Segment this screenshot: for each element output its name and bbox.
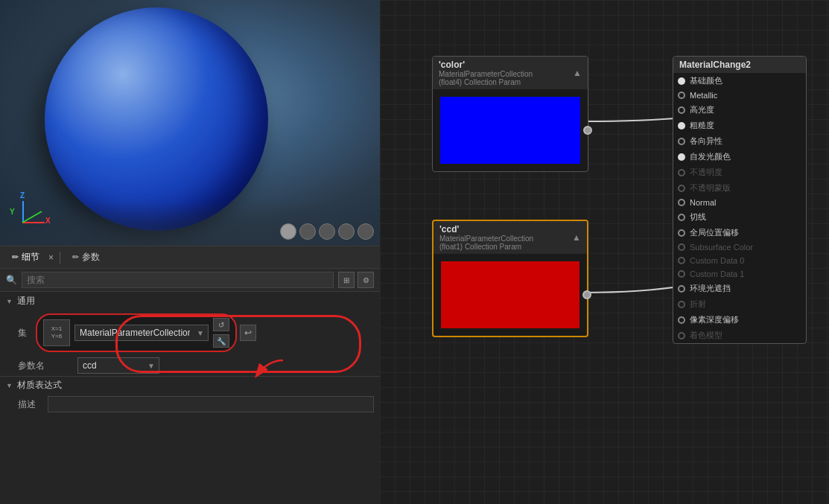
mc-pin-label-ao: 环境光遮挡 <box>690 283 731 294</box>
collection-dropdown[interactable]: MaterialParameterCollection <box>74 325 209 341</box>
collection-buttons: ↺ 🔧 <box>213 318 229 348</box>
vp-wireframe-btn[interactable] <box>338 223 355 240</box>
color-node-subtitle1: MaterialParameterCollection <box>439 70 533 78</box>
color-node-connector[interactable] <box>583 126 592 135</box>
search-input[interactable] <box>22 272 334 288</box>
z-axis-label: Z <box>20 191 25 200</box>
general-section-arrow: ▼ <box>6 298 13 305</box>
param-name-row: 参数名 ccd ▼ <box>0 355 380 376</box>
mc-pin-label-roughness: 粗糙度 <box>690 120 714 131</box>
mc-pin-base-color[interactable]: 基础颜色 <box>673 73 806 89</box>
color-node-body <box>433 89 588 171</box>
describe-input[interactable] <box>48 396 374 412</box>
tab-detail[interactable]: ✏ 细节 <box>6 249 45 265</box>
mc-pin-anisotropy[interactable]: 各向异性 <box>673 133 806 149</box>
mc-pin-specular[interactable]: 高光度 <box>673 102 806 118</box>
mc-pin-label-specular: 高光度 <box>690 104 714 115</box>
describe-row: 描述 <box>0 394 380 415</box>
settings-button[interactable]: ⚙ <box>358 272 374 288</box>
ccd-node-subtitle1: MaterialParameterCollection <box>439 235 533 243</box>
params-tab-label: 参数 <box>82 251 100 264</box>
mc-pin-label-shading-model: 着色模型 <box>690 330 722 341</box>
params-tab-icon: ✏ <box>72 252 79 262</box>
mc-pin-pixel-depth[interactable]: 像素深度偏移 <box>673 312 806 328</box>
mc-pin-opacity-mask[interactable]: 不透明蒙版 <box>673 180 806 196</box>
mc-pin-refraction[interactable]: 折射 <box>673 296 806 312</box>
mc-pin-label-custom0: Custom Data 0 <box>690 256 744 265</box>
viewport-background: Z X Y <box>0 0 380 246</box>
tab-detail-close[interactable]: × <box>48 252 54 263</box>
mc-pin-label-normal: Normal <box>690 198 716 207</box>
ccd-node-title: 'ccd' <box>439 224 533 235</box>
mc-pin-metallic[interactable]: Metallic <box>673 89 806 102</box>
material-expression-section-header[interactable]: ▼ 材质表达式 <box>0 376 380 394</box>
color-node-collapse[interactable]: ▲ <box>573 68 582 78</box>
mc-pins-list: 基础颜色 Metallic 高光度 粗糙度 各向异性 <box>673 73 806 343</box>
param-name-select[interactable]: ccd <box>77 357 159 374</box>
vp-camera-btn[interactable] <box>319 223 335 240</box>
reset-button[interactable]: ↩ <box>240 325 256 341</box>
mc-pin-dot-opacity <box>678 169 685 176</box>
x-axis <box>22 222 45 223</box>
ccd-node-header: 'ccd' MaterialParameterCollection (float… <box>433 221 587 254</box>
collection-widget: X=1 Y=6 MaterialParameterCollection ▼ ↺ … <box>36 313 237 352</box>
tab-divider <box>60 252 60 264</box>
search-tools: ⊞ ⚙ <box>338 272 374 288</box>
vp-light-btn[interactable] <box>299 223 316 240</box>
collection-browse-button[interactable]: ↺ <box>213 318 229 331</box>
general-section-header[interactable]: ▼ 通用 <box>0 292 380 310</box>
color-node-subtitle2: (float4) Collection Param <box>439 78 533 86</box>
ccd-node-subtitle2: (float1) Collection Param <box>439 243 533 251</box>
search-icon: 🔍 <box>6 275 17 285</box>
describe-label: 描述 <box>18 398 48 411</box>
mc-pin-roughness[interactable]: 粗糙度 <box>673 118 806 133</box>
param-name-label: 参数名 <box>18 360 77 372</box>
mc-pin-dot-base-color <box>678 77 685 85</box>
search-bar: 🔍 ⊞ ⚙ <box>0 269 380 292</box>
mc-pin-normal[interactable]: Normal <box>673 196 806 209</box>
material-expression-label: 材质表达式 <box>17 379 62 392</box>
mc-node-title: MaterialChange2 <box>679 60 751 70</box>
color-preview-blue <box>440 97 580 164</box>
ccd-node-collapse[interactable]: ▲ <box>572 232 581 243</box>
mc-pin-label-opacity-mask: 不透明蒙版 <box>690 182 731 194</box>
mc-pin-dot-pixel-depth <box>678 316 685 324</box>
mc-pin-world-offset[interactable]: 全局位置偏移 <box>673 225 806 240</box>
mc-pin-tangent[interactable]: 切线 <box>673 209 806 225</box>
mc-pin-custom0[interactable]: Custom Data 0 <box>673 254 806 267</box>
vp-sphere-btn[interactable] <box>280 223 296 240</box>
grid-view-button[interactable]: ⊞ <box>338 272 355 288</box>
mc-pin-dot-normal <box>678 199 685 206</box>
mc-pin-ao[interactable]: 环境光遮挡 <box>673 281 806 296</box>
mc-node-header: MaterialChange2 <box>673 57 806 73</box>
mc-pin-dot-subsurface <box>678 243 685 251</box>
mc-pin-opacity[interactable]: 不透明度 <box>673 165 806 180</box>
mc-pin-custom1[interactable]: Custom Data 1 <box>673 267 806 281</box>
mc-pin-dot-specular <box>678 106 685 114</box>
mc-pin-emissive[interactable]: 自发光颜色 <box>673 149 806 165</box>
vp-grid-btn[interactable] <box>358 223 374 240</box>
mc-pin-dot-ao <box>678 285 685 293</box>
ccd-node: 'ccd' MaterialParameterCollection (float… <box>432 220 588 337</box>
mc-pin-shading-model[interactable]: 着色模型 <box>673 328 806 343</box>
mc-pin-label-refraction: 折射 <box>690 299 706 310</box>
tab-params[interactable]: ✏ 参数 <box>66 249 106 265</box>
mc-pin-dot-custom0 <box>678 257 685 264</box>
mc-pin-label-emissive: 自发光颜色 <box>690 151 731 162</box>
mc-pin-dot-opacity-mask <box>678 185 685 192</box>
mc-pin-dot-anisotropy <box>678 138 685 145</box>
mc-pin-dot-refraction <box>678 301 685 308</box>
panel-header: ✏ 细节 × ✏ 参数 <box>0 246 380 269</box>
viewport-controls <box>280 223 374 240</box>
ccd-node-connector[interactable] <box>582 290 591 299</box>
mc-pin-label-anisotropy: 各向异性 <box>690 135 722 147</box>
material-change-node: MaterialChange2 基础颜色 Metallic 高光度 粗糙度 <box>673 56 807 344</box>
sphere-object <box>45 7 268 231</box>
mc-pin-label-world-offset: 全局位置偏移 <box>690 227 739 238</box>
mc-pin-subsurface[interactable]: Subsurface Color <box>673 240 806 254</box>
properties-panel: ✏ 细节 × ✏ 参数 🔍 ⊞ ⚙ ▼ 通用 集 X=1 Y=6 <box>0 246 380 504</box>
mc-pin-label-custom1: Custom Data 1 <box>690 269 744 278</box>
mc-pin-dot-custom1 <box>678 270 685 278</box>
collection-use-button[interactable]: 🔧 <box>213 334 229 348</box>
viewport-panel: Z X Y <box>0 0 380 246</box>
